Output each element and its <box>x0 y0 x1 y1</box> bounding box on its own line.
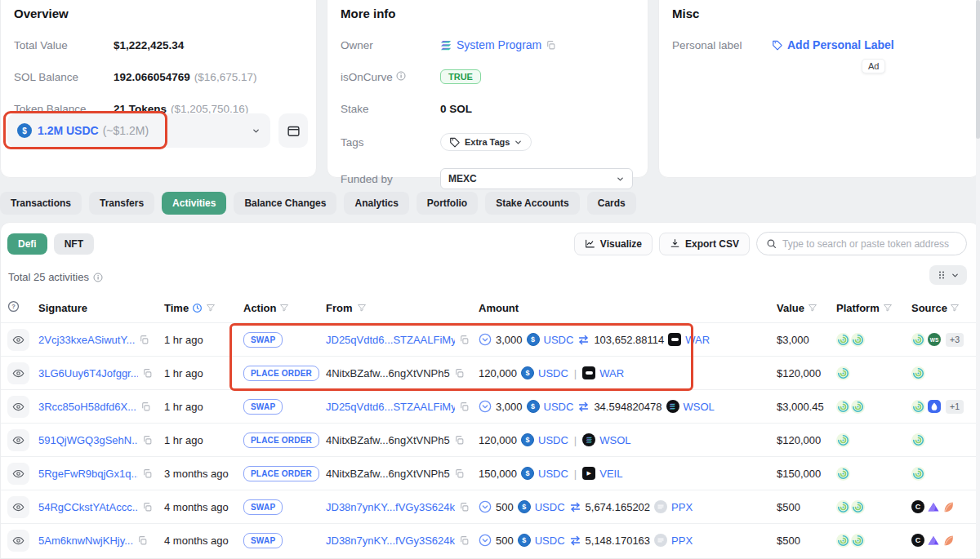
watch-row-button[interactable] <box>7 496 29 518</box>
from-address[interactable]: JD25qVdtd6...STZAALFiMy <box>326 334 455 346</box>
platform-icons[interactable] <box>836 400 866 414</box>
expand-amount-icon[interactable] <box>479 400 492 413</box>
signature-link[interactable]: 54RgCCkstYAtAccc... <box>38 501 138 513</box>
amount-in-token[interactable]: USDC <box>544 401 574 413</box>
add-personal-label-link[interactable]: Add Personal Label <box>787 38 894 51</box>
amount-out-token[interactable]: PPX <box>671 535 693 547</box>
source-icons[interactable]: C <box>911 500 979 513</box>
from-address[interactable]: 4NitxBZafw...6ngXtVNPh5 <box>326 468 450 480</box>
watch-row-button[interactable] <box>7 530 29 552</box>
meteora-icon[interactable] <box>836 400 850 414</box>
copy-icon[interactable] <box>142 468 153 479</box>
meteora-icon[interactable] <box>836 500 850 514</box>
copy-icon[interactable] <box>142 502 153 512</box>
amount-out-token[interactable]: PPX <box>671 501 693 513</box>
expand-amount-icon[interactable] <box>479 333 492 346</box>
filter-icon[interactable] <box>357 303 367 313</box>
platform-icons[interactable] <box>836 333 866 347</box>
export-csv-button[interactable]: Export CSV <box>659 233 750 255</box>
filter-icon[interactable] <box>883 303 893 313</box>
visualize-button[interactable]: Visualize <box>574 233 653 255</box>
filter-icon[interactable] <box>950 303 960 313</box>
amount-out-token[interactable]: WSOL <box>684 401 715 413</box>
watch-row-button[interactable] <box>7 329 29 351</box>
source-icons[interactable]: C <box>911 534 979 547</box>
copy-icon[interactable] <box>142 435 153 446</box>
copy-icon[interactable] <box>546 40 556 51</box>
amount-in-token[interactable]: USDC <box>538 468 568 480</box>
platform-icons[interactable] <box>836 366 851 380</box>
tab-analytics[interactable]: Analytics <box>344 192 408 215</box>
funded-by-select[interactable]: MEXC <box>440 168 633 189</box>
subtab-defi[interactable]: Defi <box>7 233 47 255</box>
amount-out-token[interactable]: VEIL <box>599 468 622 480</box>
meteora-icon[interactable] <box>836 366 850 380</box>
filter-icon[interactable] <box>279 303 289 313</box>
meteora-icon[interactable] <box>836 433 850 447</box>
source-icons[interactable]: WS+3 <box>911 333 979 347</box>
watch-row-button[interactable] <box>7 429 29 451</box>
filter-icon[interactable] <box>206 303 216 313</box>
copy-icon[interactable] <box>454 435 465 446</box>
signature-link[interactable]: 3LG6Uuy6T4Jofggr... <box>38 367 138 379</box>
tab-activities[interactable]: Activities <box>162 192 226 215</box>
copy-icon[interactable] <box>459 335 470 345</box>
more-sources-chip[interactable]: +3 <box>946 333 964 347</box>
from-address[interactable]: 4NitxBZafw...6ngXtVNPh5 <box>326 434 450 446</box>
tab-balance-changes[interactable]: Balance Changes <box>234 192 336 215</box>
amount-in-token[interactable]: USDC <box>538 434 568 446</box>
column-settings-button[interactable] <box>929 265 967 285</box>
tab-portfolio[interactable]: Portfolio <box>416 192 478 215</box>
amount-out-token[interactable]: WSOL <box>599 434 630 446</box>
help-icon[interactable]: ? <box>7 300 20 313</box>
watch-row-button[interactable] <box>7 362 29 384</box>
source-icons[interactable] <box>911 467 979 481</box>
amount-out-token[interactable]: WAR <box>599 367 624 379</box>
copy-icon[interactable] <box>140 402 151 412</box>
watch-row-button[interactable] <box>7 463 29 485</box>
meteora-icon[interactable] <box>851 333 865 347</box>
amount-in-token[interactable]: USDC <box>544 334 574 346</box>
signature-link[interactable]: 591QjWGQ3gSehN... <box>38 434 138 446</box>
amount-in-token[interactable]: USDC <box>538 367 568 379</box>
tab-transactions[interactable]: Transactions <box>0 192 82 215</box>
platform-icons[interactable] <box>836 433 851 447</box>
from-address[interactable]: JD38n7ynKY...fVGy3S624k <box>326 501 455 513</box>
watch-row-button[interactable] <box>7 396 29 418</box>
meteora-icon[interactable] <box>851 500 865 514</box>
tab-cards[interactable]: Cards <box>587 192 636 215</box>
meteora-icon[interactable] <box>836 467 850 481</box>
amount-in-token[interactable]: USDC <box>535 501 565 513</box>
token-selector-dropdown[interactable]: $ 1.2M USDC (~$1.2M) <box>7 113 270 148</box>
source-icons[interactable]: +1 <box>911 400 979 414</box>
copy-icon[interactable] <box>142 368 153 379</box>
copy-icon[interactable] <box>459 535 470 546</box>
filter-icon[interactable] <box>808 303 817 313</box>
platform-icons[interactable] <box>836 467 851 481</box>
copy-icon[interactable] <box>454 368 465 379</box>
from-address[interactable]: 4NitxBZafw...6ngXtVNPh5 <box>326 367 450 379</box>
meteora-icon[interactable] <box>836 534 850 548</box>
from-address[interactable]: JD25qVdtd6...STZAALFiMy <box>326 401 455 413</box>
copy-icon[interactable] <box>459 502 470 512</box>
expand-amount-icon[interactable] <box>479 534 492 547</box>
platform-icons[interactable] <box>836 534 866 548</box>
signature-link[interactable]: 5RgeFwR9bqjGx1q... <box>38 468 138 480</box>
search-input[interactable] <box>782 238 957 250</box>
extra-tags-button[interactable]: Extra Tags <box>440 133 532 151</box>
ad-badge[interactable]: Ad <box>862 59 885 73</box>
copy-icon[interactable] <box>137 535 148 546</box>
portfolio-wallet-button[interactable] <box>278 113 308 148</box>
meteora-icon[interactable] <box>851 534 865 548</box>
copy-icon[interactable] <box>139 335 149 345</box>
signature-link[interactable]: 3Rcc85oH58dfd6X... <box>38 401 136 413</box>
subtab-nft[interactable]: NFT <box>54 233 94 255</box>
meteora-icon[interactable] <box>836 333 850 347</box>
meteora-icon[interactable] <box>851 400 865 414</box>
signature-link[interactable]: 2Vcj33kxeASiwutY... <box>38 334 135 346</box>
copy-icon[interactable] <box>454 468 465 479</box>
expand-amount-icon[interactable] <box>479 500 492 513</box>
clock-icon[interactable] <box>192 303 203 313</box>
from-address[interactable]: JD38n7ynKY...fVGy3S624k <box>326 535 455 547</box>
tab-stake-accounts[interactable]: Stake Accounts <box>485 192 580 215</box>
